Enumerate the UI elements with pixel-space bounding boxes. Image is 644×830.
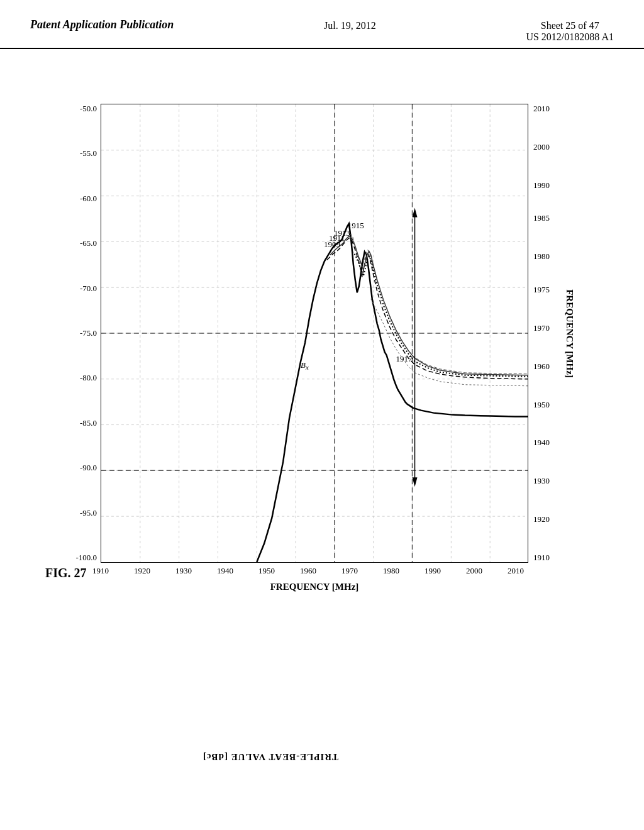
y-label-1: -55.0 — [80, 148, 99, 158]
y-label-10: -100.0 — [75, 553, 99, 563]
x-label-1910: 1910 — [88, 566, 113, 576]
y-label-3: -65.0 — [80, 238, 99, 248]
curve-label-1915: 1915 — [348, 221, 364, 230]
r-label-1910: 1910 — [530, 553, 550, 563]
y-label-7: -85.0 — [80, 418, 99, 428]
x-label-1980: 1980 — [379, 566, 404, 576]
x-label-1920: 1920 — [130, 566, 155, 576]
r-label-2000: 2000 — [530, 142, 550, 152]
chart-container: -50.0 -55.0 -60.0 -65.0 -70.0 -75.0 -80.… — [63, 97, 579, 594]
sheet-info: Sheet 25 of 47 — [526, 20, 614, 31]
r-label-1970: 1970 — [530, 323, 550, 333]
y-label-2: -60.0 — [80, 194, 99, 204]
x-label-2000: 2000 — [462, 566, 487, 576]
svg-marker-26 — [413, 208, 418, 218]
r-label-1950: 1950 — [530, 400, 550, 410]
page-header: Patent Application Publication Jul. 19, … — [0, 0, 644, 49]
y-axis-labels: -50.0 -55.0 -60.0 -65.0 -70.0 -75.0 -80.… — [63, 104, 99, 563]
y-axis-title-text: FREQUENCY [MHz] — [564, 289, 575, 378]
r-label-1985: 1985 — [530, 213, 550, 223]
curve-label-1917: 1917 — [396, 354, 413, 363]
y-label-8: -90.0 — [80, 463, 99, 473]
r-label-1960: 1960 — [530, 362, 550, 372]
y-label-4: -70.0 — [80, 284, 99, 294]
x-label-1970: 1970 — [337, 566, 362, 576]
r-label-1990: 1990 — [530, 180, 550, 191]
y-label-0: -50.0 — [80, 104, 99, 114]
x-axis-labels: 1910 1920 1930 1940 1950 1960 1970 1980 … — [101, 566, 528, 576]
chart-svg: 1909 1911 1913 1915 1917 Bx — [101, 104, 528, 562]
y-label-9: -95.0 — [80, 508, 99, 518]
x-label-1940: 1940 — [213, 566, 238, 576]
chart-area: 1909 1911 1913 1915 1917 Bx — [101, 104, 528, 563]
x-label-1960: 1960 — [296, 566, 321, 576]
y-label-6: -80.0 — [80, 373, 99, 383]
y-axis-title: FREQUENCY [MHz] — [560, 104, 579, 563]
r-label-1930: 1930 — [530, 476, 550, 486]
r-label-1920: 1920 — [530, 514, 550, 524]
bottom-axis-label: TRIPLE-BEAT VALUE [dBc] — [113, 751, 428, 762]
y-label-5: -75.0 — [80, 328, 99, 338]
x-label-2010: 2010 — [503, 566, 528, 576]
patent-number: US 2012/0182088 A1 — [526, 31, 614, 43]
svg-marker-27 — [413, 477, 418, 487]
x-label-1930: 1930 — [171, 566, 196, 576]
x-label-1950: 1950 — [254, 566, 279, 576]
publication-title: Patent Application Publication — [30, 18, 174, 32]
r-label-1980: 1980 — [530, 252, 550, 262]
r-label-1940: 1940 — [530, 438, 550, 448]
x-label-1990: 1990 — [420, 566, 445, 576]
right-axis-labels: 2010 2000 1990 1985 1980 1975 1970 1960 … — [530, 104, 564, 563]
r-label-2010: 2010 — [530, 104, 550, 114]
r-label-1975: 1975 — [530, 285, 550, 295]
bx-label: Bx — [301, 360, 309, 371]
x-axis-title: FREQUENCY [MHz] — [101, 582, 528, 592]
publication-date: Jul. 19, 2012 — [324, 18, 376, 31]
